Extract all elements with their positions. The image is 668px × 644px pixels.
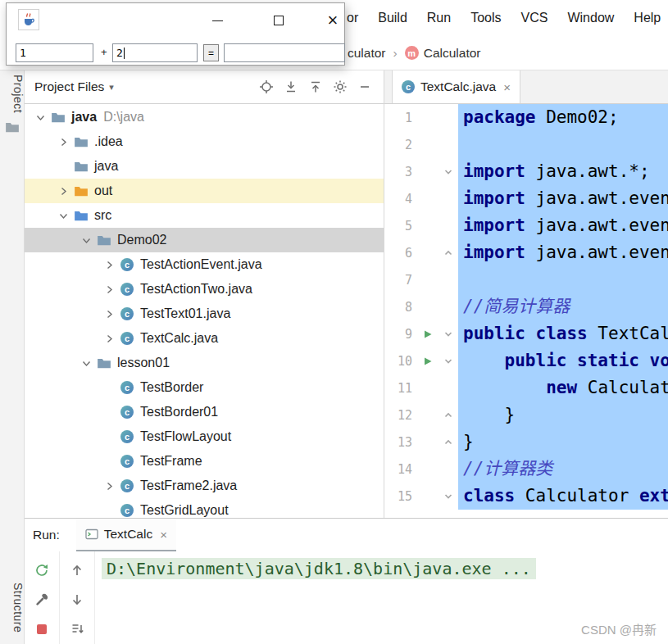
tool-window-button-structure[interactable]: Structure	[0, 583, 25, 633]
tree-item-testframe[interactable]: cTestFrame	[25, 449, 384, 474]
close-icon[interactable]: ×	[503, 80, 511, 94]
class-icon-badge: c	[120, 430, 134, 443]
project-view-dropdown[interactable]: Project Files	[34, 79, 104, 94]
tree-item-lesson01[interactable]: lesson01	[25, 351, 384, 375]
run-panel-label: Run:	[33, 528, 60, 542]
close-icon[interactable]: ×	[160, 528, 167, 542]
folder-icon	[72, 161, 90, 173]
operand2-field[interactable]: 2	[112, 43, 198, 62]
breadcrumb-label: culator	[348, 46, 386, 61]
watermark: CSDN @冉新	[581, 620, 657, 637]
calculator-window[interactable]: × 1 + 2 =	[6, 2, 345, 66]
class-icon: c	[118, 479, 136, 492]
fold-down-icon[interactable]	[439, 356, 458, 366]
settings-button[interactable]	[328, 75, 352, 98]
expand-all-button[interactable]	[279, 75, 303, 98]
menu-item-tools[interactable]: Tools	[470, 11, 501, 25]
chevron-collapsed-icon[interactable]	[54, 137, 72, 147]
fold-down-icon[interactable]	[439, 329, 458, 339]
locate-button[interactable]	[254, 75, 279, 98]
tree-item-testtext01-java[interactable]: cTestText01.java	[25, 302, 384, 326]
class-icon: c	[118, 283, 136, 296]
class-icon-badge: c	[120, 504, 134, 517]
fold-up-icon[interactable]	[439, 248, 458, 258]
stop-button[interactable]	[34, 622, 50, 637]
tree-item-label: TestBorder01	[140, 405, 218, 420]
code-area[interactable]: 1package Demo02;23import java.awt.*;4imp…	[384, 104, 668, 518]
tree-item-testborder[interactable]: cTestBorder	[25, 375, 384, 400]
operand2-value: 2	[116, 47, 123, 59]
chevron-expanded-icon[interactable]	[54, 211, 72, 221]
tool-window-button-project[interactable]: Project	[0, 75, 25, 113]
tree-item-label: src	[94, 208, 111, 223]
breadcrumb-item-calculator[interactable]: mCalculator	[405, 46, 481, 61]
line-number: 5	[384, 219, 417, 234]
tree-item-out[interactable]: out	[25, 179, 384, 203]
folder-icon[interactable]	[5, 121, 20, 137]
project-panel: Project Files ▾ javaD:\java.ideajavaouts…	[25, 70, 384, 518]
menu-item-vcs[interactable]: VCS	[521, 11, 548, 25]
rerun-button[interactable]	[34, 563, 50, 578]
tree-item-idea[interactable]: .idea	[25, 129, 384, 154]
tree-item-label: java	[71, 110, 97, 125]
scroll-to-end-button[interactable]	[69, 622, 85, 637]
plus-label: +	[101, 46, 107, 58]
tree-item-testborder01[interactable]: cTestBorder01	[25, 400, 384, 424]
chevron-collapsed-icon[interactable]	[100, 333, 118, 344]
tree-item-textcalc-java[interactable]: cTextCalc.java	[25, 326, 384, 351]
calculator-titlebar[interactable]: ×	[7, 3, 344, 38]
excluded-folder-icon	[72, 185, 90, 197]
tree-item-label: TestText01.java	[140, 306, 230, 321]
chevron-expanded-icon[interactable]	[77, 358, 95, 369]
operand1-field[interactable]: 1	[16, 43, 93, 62]
close-button[interactable]: ×	[311, 3, 354, 38]
tree-item-java[interactable]: java	[25, 154, 384, 179]
tree-item-testactiontwo-java[interactable]: cTestActionTwo.java	[25, 277, 384, 302]
tree-item-testframe2-java[interactable]: cTestFrame2.java	[25, 474, 384, 498]
up-arrow-button[interactable]	[69, 563, 85, 578]
breadcrumb-item-culator[interactable]: culator	[348, 46, 386, 61]
tree-item-label: TestFlowLayout	[140, 429, 231, 444]
fold-down-icon[interactable]	[439, 167, 458, 177]
class-icon: c	[118, 504, 136, 517]
fold-up-icon[interactable]	[439, 438, 458, 447]
tree-item-testgridlayout[interactable]: cTestGridLayout	[25, 498, 384, 518]
tree-item-demo02[interactable]: Demo02	[25, 228, 384, 252]
chevron-expanded-icon[interactable]	[31, 112, 49, 123]
wrench-button[interactable]	[34, 592, 50, 607]
tree-item-label: .idea	[94, 134, 123, 149]
chevron-collapsed-icon[interactable]	[100, 284, 118, 295]
chevron-expanded-icon[interactable]	[77, 235, 95, 246]
tree-item-src[interactable]: src	[25, 203, 384, 228]
fold-up-icon[interactable]	[439, 410, 458, 420]
down-arrow-button[interactable]	[69, 592, 85, 607]
tree-item-testactionevent-java[interactable]: cTestActionEvent.java	[25, 252, 384, 277]
chevron-collapsed-icon[interactable]	[100, 481, 118, 492]
run-gutter-icon[interactable]	[417, 329, 439, 339]
editor-tab-textcalc[interactable]: c TextCalc.java ×	[392, 70, 520, 103]
tree-item-testflowlayout[interactable]: cTestFlowLayout	[25, 424, 384, 449]
chevron-collapsed-icon[interactable]	[100, 260, 118, 270]
menu-item-build[interactable]: Build	[378, 11, 407, 25]
fold-down-icon[interactable]	[439, 492, 458, 501]
minimize-button[interactable]	[196, 3, 239, 38]
code-line-2: 2	[384, 131, 668, 158]
menu-item-window[interactable]: Window	[567, 11, 614, 25]
tree-item-java[interactable]: javaD:\java	[25, 105, 384, 129]
run-tab-textcalc[interactable]: TextCalc ×	[76, 519, 176, 551]
equals-button[interactable]: =	[203, 44, 219, 61]
result-field[interactable]	[224, 43, 345, 62]
chevron-collapsed-icon[interactable]	[100, 309, 118, 320]
code-text: package Demo02;	[458, 104, 668, 131]
menu-item-help[interactable]: Help	[634, 11, 661, 25]
menu-item-run[interactable]: Run	[427, 11, 451, 25]
maximize-button[interactable]	[257, 3, 300, 38]
hide-button[interactable]	[352, 75, 377, 98]
collapse-all-button[interactable]	[303, 75, 328, 98]
source-folder-icon	[72, 210, 90, 222]
run-gutter-icon[interactable]	[417, 356, 439, 366]
folder-icon	[72, 136, 90, 148]
line-number: 10	[384, 354, 417, 369]
chevron-collapsed-icon[interactable]	[54, 186, 72, 197]
code-text: }	[458, 401, 668, 429]
